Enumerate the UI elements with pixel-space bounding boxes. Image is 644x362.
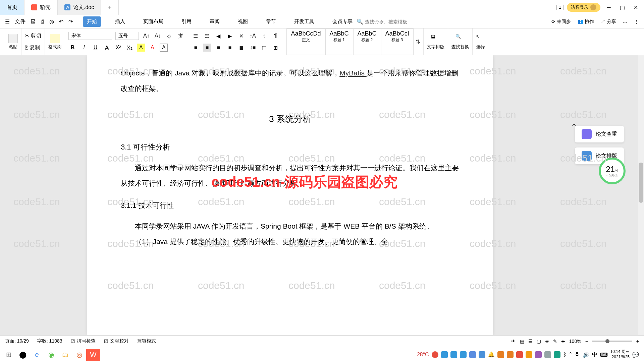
tray-icon-1[interactable] [432, 351, 438, 358]
eye-icon[interactable]: 👁 [511, 339, 516, 344]
paper-check-button[interactable]: 论文查重 [575, 126, 624, 142]
decrease-indent-button[interactable]: ◀ [214, 32, 222, 40]
style-heading2[interactable]: AaBbC 标题 2 [353, 28, 381, 55]
weather-temp[interactable]: 28°C [417, 352, 429, 358]
decrease-font-icon[interactable]: A↓ [154, 32, 162, 40]
menu-chapter[interactable]: 章节 [262, 16, 280, 27]
highlight-button[interactable]: A [137, 44, 145, 52]
tray-expand-icon[interactable]: ˄ [569, 352, 572, 358]
volume-icon[interactable]: 🔊 [583, 352, 589, 358]
redo-icon[interactable]: ↷ [68, 18, 73, 25]
file-explorer-icon[interactable]: 🗂 [58, 349, 72, 361]
scrollbar-thumb[interactable] [639, 163, 643, 203]
bold-button[interactable]: B [68, 44, 76, 52]
tray-icon-9[interactable] [516, 351, 523, 358]
spellcheck-toggle[interactable]: ☑ 拼写检查 [71, 338, 96, 344]
increase-indent-button[interactable]: ▶ [226, 32, 234, 40]
taskbar-clock[interactable]: 10:14 周三 2021/8/25 [610, 349, 630, 360]
fit-width-icon[interactable]: ⬌ [561, 339, 565, 344]
menu-view[interactable]: 视图 [234, 16, 252, 27]
menu-start[interactable]: 开始 [83, 16, 101, 27]
preview-icon[interactable]: ◎ [49, 18, 54, 25]
borders-button[interactable]: ⊞ [271, 44, 279, 52]
tray-icon-11[interactable] [535, 351, 542, 358]
align-center-button[interactable]: ≡ [203, 44, 211, 52]
phonetic-icon[interactable]: 拼 [176, 32, 184, 40]
char-border-button[interactable]: A [160, 44, 168, 52]
tray-icon-10[interactable] [526, 351, 532, 358]
shading-button[interactable]: ◫ [260, 44, 268, 52]
minimize-button[interactable]: ─ [604, 3, 614, 12]
tray-icon-5[interactable] [469, 351, 476, 358]
font-color-button[interactable]: A [148, 44, 156, 52]
tab-add[interactable]: + [101, 0, 119, 15]
notification-icon[interactable]: 🔔 [488, 351, 495, 358]
font-size-select[interactable]: 五号 [115, 32, 139, 40]
find-replace-button[interactable]: 🔍 查找替换 [451, 34, 469, 50]
tab-daoke[interactable]: 稻壳 [24, 0, 58, 15]
tray-icon-7[interactable] [497, 351, 504, 358]
paste-button[interactable]: 粘贴 [8, 34, 18, 50]
save-icon[interactable]: 🖫 [31, 19, 36, 25]
network-icon[interactable]: 🖧 [575, 352, 580, 358]
tray-icon-12[interactable] [544, 351, 551, 358]
tray-icon-4[interactable] [460, 351, 467, 358]
menu-more-icon[interactable]: ⋮ [634, 19, 639, 24]
start-button[interactable]: ⊞ [2, 349, 16, 361]
tab-document[interactable]: W 论文.doc [58, 0, 101, 15]
style-heading3[interactable]: AaBbCcI 标题 3 [381, 28, 414, 55]
speed-gauge[interactable]: 21% ↑ 0.5K/s [599, 158, 626, 184]
tray-icon-8[interactable] [507, 351, 514, 358]
doc-link-mybatis[interactable]: MyBatis [339, 69, 367, 77]
text-direction-button[interactable]: ↕A [249, 32, 257, 40]
tray-icon-3[interactable] [450, 351, 457, 358]
menu-layout[interactable]: 页面布局 [139, 16, 167, 27]
ime-icon[interactable]: ⌨ [600, 352, 608, 358]
print-icon[interactable]: ⎙ [41, 19, 44, 25]
word-count[interactable]: 字数: 11083 [37, 338, 62, 344]
menu-devtools[interactable]: 开发工具 [290, 16, 318, 27]
menu-reference[interactable]: 引用 [177, 16, 196, 27]
text-effects-button[interactable]: ✕̅ [237, 32, 245, 40]
read-view-icon[interactable]: ▢ [537, 339, 541, 344]
document-content[interactable]: Objects，普通的 Java 对象）映射成数据库中的记录。可以这么理解，My… [121, 65, 460, 249]
tray-icon-6[interactable] [479, 351, 485, 358]
search-input[interactable] [365, 19, 415, 24]
task-app-2[interactable]: ◎ [72, 349, 86, 361]
text-layout-button[interactable]: ⬓ 文字排版 [427, 34, 444, 50]
select-button[interactable]: ↖ 选择 [476, 34, 485, 50]
action-center-icon[interactable]: 💬 [632, 352, 639, 358]
task-app-1[interactable]: ⬤ [16, 349, 30, 361]
zoom-slider[interactable] [592, 341, 632, 342]
format-painter-button[interactable]: 格式刷 [48, 34, 61, 50]
superscript-button[interactable]: X² [114, 44, 122, 52]
hamburger-icon[interactable]: ☰ [5, 18, 10, 25]
tray-icon-13[interactable] [554, 351, 560, 358]
strikethrough-button[interactable]: A̶ [103, 44, 111, 52]
docproof-toggle[interactable]: ☑ 文档校对 [104, 338, 129, 344]
cut-button[interactable]: ✂ 剪切 [25, 33, 41, 40]
command-search[interactable]: 🔍 [357, 18, 415, 25]
chevron-up-icon[interactable]: ︿ [623, 19, 628, 25]
clear-format-icon[interactable]: ◇ [165, 32, 173, 40]
bluetooth-icon[interactable]: ᛒ [563, 352, 567, 358]
sort-button[interactable]: ↕ [260, 32, 268, 40]
close-button[interactable]: ✕ [631, 3, 641, 12]
italic-button[interactable]: I [80, 44, 88, 52]
annotate-icon[interactable]: ✎ [553, 339, 557, 344]
tray-icon-2[interactable] [441, 351, 448, 358]
copy-button[interactable]: ⎘ 复制 [25, 44, 40, 51]
underline-button[interactable]: U [91, 44, 99, 52]
align-left-button[interactable]: ≡ [192, 44, 200, 52]
font-name-select[interactable]: 宋体 [68, 32, 112, 40]
align-distribute-button[interactable]: ≣ [237, 44, 245, 52]
menu-vip[interactable]: 会员专享 [328, 16, 357, 27]
sync-status[interactable]: ⟳ 未同步 [551, 19, 571, 25]
browser-icon[interactable]: ◉ [44, 349, 58, 361]
align-justify-button[interactable]: ≡ [226, 44, 234, 52]
zoom-out-button[interactable]: − [585, 339, 588, 344]
style-body[interactable]: AaBbCcDd 正文 [286, 28, 325, 55]
page-view-icon[interactable]: ▤ [520, 339, 524, 344]
zoom-handle[interactable] [605, 339, 609, 343]
number-list-button[interactable]: ☷ [203, 32, 211, 40]
